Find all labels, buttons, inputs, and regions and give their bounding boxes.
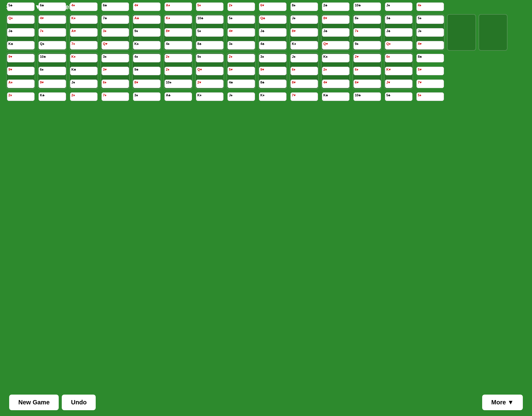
card[interactable]: 8♣ — [416, 54, 444, 62]
card[interactable]: 3♠ — [133, 92, 161, 101]
card[interactable]: 8♣ — [196, 41, 224, 50]
card[interactable]: J♠ — [290, 54, 318, 62]
card[interactable]: A♣ — [133, 15, 161, 24]
card[interactable]: 3♦ — [102, 28, 129, 37]
card[interactable]: K♣ — [39, 92, 66, 101]
card[interactable]: 2♥ — [353, 54, 381, 62]
card[interactable]: 8♥ — [290, 80, 318, 88]
card[interactable]: 9♠ — [133, 28, 161, 37]
card[interactable]: 7♥ — [290, 92, 318, 101]
card[interactable]: 2♣ — [322, 2, 349, 11]
card[interactable]: K♦ — [290, 41, 318, 50]
card[interactable]: Q♥ — [102, 41, 129, 50]
card[interactable]: 9♠ — [353, 41, 381, 50]
card[interactable]: 5♣ — [7, 2, 35, 11]
card[interactable]: 7♦ — [353, 28, 381, 37]
card[interactable]: 8♥ — [164, 28, 192, 37]
card[interactable]: 6♣ — [39, 2, 66, 11]
card[interactable]: J♠ — [385, 2, 412, 11]
card[interactable]: 9♣ — [133, 67, 161, 75]
card[interactable]: 5♠ — [196, 28, 224, 37]
card[interactable]: 7♦ — [39, 28, 66, 37]
card[interactable]: 10♠ — [164, 80, 192, 88]
card[interactable]: K♦ — [259, 92, 286, 101]
more-button[interactable]: More ▼ — [482, 395, 523, 410]
card[interactable]: 7♣ — [102, 15, 129, 24]
card[interactable]: 6♦ — [385, 54, 412, 62]
card[interactable]: 10♣ — [196, 15, 224, 24]
card[interactable]: 3♠ — [102, 54, 129, 62]
card[interactable]: 3♥ — [102, 67, 129, 75]
card[interactable]: 10♣ — [353, 2, 381, 11]
card[interactable]: 7♦ — [102, 92, 129, 101]
card[interactable]: J♣ — [259, 28, 286, 37]
card[interactable]: 5♦ — [416, 92, 444, 101]
card[interactable]: 2♦ — [70, 92, 98, 101]
card[interactable]: Q♥ — [322, 41, 349, 50]
card[interactable]: 2♥ — [196, 80, 224, 88]
card[interactable]: A♥ — [70, 28, 98, 37]
card[interactable]: 2♦ — [7, 92, 35, 101]
card[interactable]: 8♥ — [290, 28, 318, 37]
card[interactable]: J♣ — [7, 28, 35, 37]
card[interactable]: J♥ — [385, 80, 412, 88]
card[interactable]: 4♠ — [133, 54, 161, 62]
card[interactable]: 9♠ — [196, 54, 224, 62]
card[interactable]: K♦ — [164, 15, 192, 24]
card[interactable]: 10♣ — [39, 54, 66, 62]
card[interactable]: 4♥ — [227, 28, 255, 37]
card[interactable]: 6♠ — [39, 67, 66, 75]
card[interactable]: Q♦ — [7, 15, 35, 24]
card[interactable]: 8♠ — [290, 2, 318, 11]
card[interactable]: 7♥ — [416, 80, 444, 88]
card[interactable]: A♦ — [7, 80, 35, 88]
card[interactable]: K♥ — [385, 67, 412, 75]
card[interactable]: A♦ — [164, 2, 192, 11]
card[interactable]: 4♣ — [227, 80, 255, 88]
card[interactable]: 5♠ — [416, 15, 444, 24]
card[interactable]: 2♦ — [227, 54, 255, 62]
card[interactable]: 6♦ — [290, 67, 318, 75]
card[interactable]: 10♣ — [353, 92, 381, 101]
card[interactable]: 2♦ — [227, 2, 255, 11]
card[interactable]: 6♦ — [102, 80, 129, 88]
card[interactable]: 6♥ — [259, 2, 286, 11]
card[interactable]: K♣ — [322, 92, 349, 101]
card[interactable]: 5♥ — [227, 67, 255, 75]
card[interactable]: 4♠ — [164, 41, 192, 50]
card[interactable]: Q♠ — [39, 41, 66, 50]
card[interactable]: 4♥ — [416, 41, 444, 50]
card[interactable]: 6♥ — [353, 80, 381, 88]
card[interactable]: J♠ — [227, 92, 255, 101]
new-game-button[interactable]: New Game — [9, 395, 59, 410]
card[interactable]: K♠ — [322, 54, 349, 62]
card[interactable]: 6♦ — [353, 67, 381, 75]
card[interactable]: 4♥ — [133, 2, 161, 11]
card[interactable]: 9♥ — [7, 54, 35, 62]
card[interactable]: 8♣ — [259, 80, 286, 88]
card[interactable]: 3♠ — [259, 54, 286, 62]
card[interactable]: Q♥ — [196, 67, 224, 75]
card[interactable]: 9♥ — [7, 67, 35, 75]
undo-button[interactable]: Undo — [62, 395, 96, 410]
card[interactable]: 8♥ — [322, 15, 349, 24]
card[interactable]: 4♥ — [322, 80, 349, 88]
card[interactable]: Q♣ — [259, 15, 286, 24]
card[interactable]: 4♦ — [70, 2, 98, 11]
card[interactable]: 5♠ — [227, 15, 255, 24]
card[interactable]: 5♦ — [196, 2, 224, 11]
card[interactable]: 9♥ — [39, 80, 66, 88]
card[interactable]: 5♣ — [385, 92, 412, 101]
card[interactable]: 2♦ — [322, 67, 349, 75]
card[interactable]: A♣ — [164, 92, 192, 101]
card[interactable]: 2♦ — [164, 54, 192, 62]
card[interactable]: 6♣ — [102, 2, 129, 11]
card[interactable]: 8♥ — [133, 80, 161, 88]
card[interactable]: J♠ — [290, 15, 318, 24]
card[interactable]: K♦ — [70, 15, 98, 24]
card[interactable]: 4♦ — [416, 2, 444, 11]
card[interactable]: J♣ — [385, 28, 412, 37]
card[interactable]: 4♥ — [39, 15, 66, 24]
card[interactable]: K♠ — [133, 41, 161, 50]
card[interactable]: J♣ — [322, 28, 349, 37]
